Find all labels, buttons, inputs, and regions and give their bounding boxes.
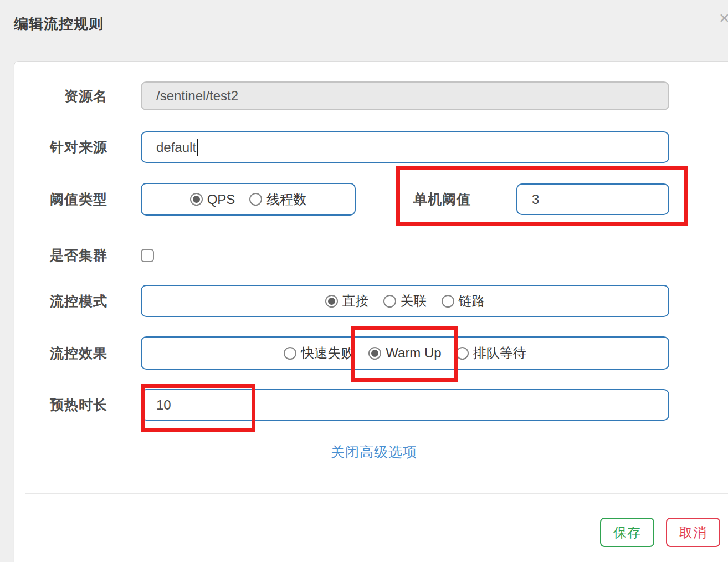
radio-selected-icon[interactable] bbox=[325, 295, 338, 308]
strategy-row: 流控模式 直接 关联 链路 bbox=[14, 285, 669, 317]
grade-option-thread[interactable]: 线程数 bbox=[249, 191, 306, 208]
radio-unselected-icon[interactable] bbox=[442, 295, 454, 308]
limit-app-label: 针对来源 bbox=[14, 138, 107, 156]
dialog-title: 编辑流控规则 bbox=[14, 14, 104, 34]
warmup-row: 预热时长 10 bbox=[14, 389, 669, 421]
edit-rule-form-panel: 资源名 /sentinel/test2 针对来源 default 阈值类型 QP… bbox=[14, 61, 728, 562]
strategy-option-chain[interactable]: 链路 bbox=[442, 292, 485, 310]
radio-unselected-icon[interactable] bbox=[383, 295, 396, 308]
radio-selected-icon[interactable] bbox=[190, 193, 203, 206]
behavior-radio-group: 快速失败 Warm Up 排队等待 bbox=[141, 336, 669, 370]
behavior-option-fail-fast[interactable]: 快速失败 bbox=[284, 344, 354, 362]
resource-value: /sentinel/test2 bbox=[156, 88, 238, 104]
limit-app-input[interactable]: default bbox=[141, 131, 669, 163]
resource-label: 资源名 bbox=[14, 87, 107, 105]
radio-unselected-icon[interactable] bbox=[249, 193, 262, 206]
warmup-input[interactable]: 10 bbox=[141, 389, 669, 421]
behavior-option-warm-up[interactable]: Warm Up bbox=[368, 345, 441, 361]
grade-row: 阈值类型 QPS 线程数 单机阈值 3 bbox=[14, 183, 669, 216]
grade-label: 阈值类型 bbox=[14, 190, 107, 208]
text-cursor bbox=[197, 139, 198, 156]
toggle-advanced-link[interactable]: 关闭高级选项 bbox=[331, 443, 417, 461]
close-icon[interactable]: × bbox=[719, 9, 728, 27]
grade-option-thread-label: 线程数 bbox=[266, 191, 306, 208]
resource-input: /sentinel/test2 bbox=[141, 81, 669, 110]
behavior-option-warm-up-label: Warm Up bbox=[386, 345, 441, 361]
cluster-checkbox[interactable] bbox=[141, 249, 154, 262]
save-button[interactable]: 保存 bbox=[600, 518, 654, 547]
behavior-option-queue-label: 排队等待 bbox=[473, 344, 526, 362]
threshold-label: 单机阈值 bbox=[413, 190, 471, 208]
behavior-option-queue[interactable]: 排队等待 bbox=[456, 344, 526, 362]
strategy-option-direct[interactable]: 直接 bbox=[325, 292, 369, 310]
threshold-input[interactable]: 3 bbox=[516, 183, 669, 215]
behavior-label: 流控效果 bbox=[14, 344, 107, 362]
strategy-option-chain-label: 链路 bbox=[459, 292, 485, 310]
radio-unselected-icon[interactable] bbox=[456, 347, 469, 360]
grade-option-qps-label: QPS bbox=[207, 192, 235, 207]
cluster-label: 是否集群 bbox=[14, 246, 107, 264]
cancel-button[interactable]: 取消 bbox=[666, 518, 720, 547]
grade-radio-group: QPS 线程数 bbox=[141, 183, 356, 216]
limit-app-row: 针对来源 default bbox=[14, 131, 669, 163]
advanced-link-row: 关闭高级选项 bbox=[14, 443, 728, 461]
strategy-option-relate-label: 关联 bbox=[401, 292, 427, 310]
radio-unselected-icon[interactable] bbox=[284, 347, 296, 360]
strategy-label: 流控模式 bbox=[14, 292, 107, 310]
warmup-label: 预热时长 bbox=[14, 396, 107, 414]
behavior-option-fail-fast-label: 快速失败 bbox=[301, 344, 354, 362]
behavior-row: 流控效果 快速失败 Warm Up 排队等待 bbox=[14, 336, 669, 370]
strategy-option-direct-label: 直接 bbox=[342, 292, 369, 310]
warmup-value: 10 bbox=[156, 397, 171, 413]
radio-selected-icon[interactable] bbox=[368, 347, 381, 360]
footer-divider bbox=[25, 493, 728, 494]
cluster-row: 是否集群 bbox=[14, 246, 154, 264]
dialog-footer: 保存 取消 bbox=[600, 518, 720, 547]
threshold-value: 3 bbox=[532, 192, 539, 207]
strategy-option-relate[interactable]: 关联 bbox=[383, 292, 427, 310]
grade-option-qps[interactable]: QPS bbox=[190, 192, 235, 207]
strategy-radio-group: 直接 关联 链路 bbox=[141, 285, 669, 317]
limit-app-value: default bbox=[156, 140, 196, 155]
resource-row: 资源名 /sentinel/test2 bbox=[14, 81, 669, 110]
